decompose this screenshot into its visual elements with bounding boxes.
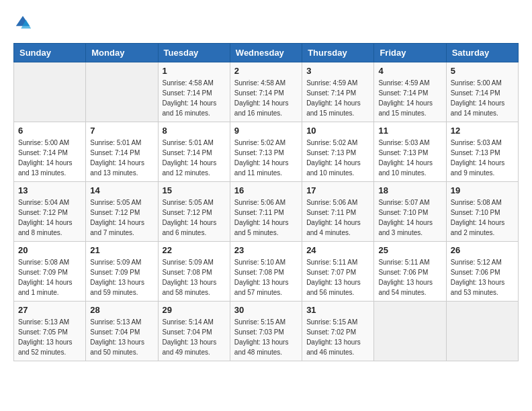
- calendar-cell: 6Sunrise: 5:00 AM Sunset: 7:14 PM Daylig…: [14, 122, 86, 182]
- day-info: Sunrise: 5:10 AM Sunset: 7:08 PM Dayligh…: [234, 257, 298, 298]
- calendar-cell: 4Sunrise: 4:59 AM Sunset: 7:14 PM Daylig…: [374, 62, 446, 122]
- calendar-cell: 14Sunrise: 5:05 AM Sunset: 7:12 PM Dayli…: [86, 182, 158, 242]
- calendar-cell: [14, 62, 86, 122]
- calendar-header-row: SundayMondayTuesdayWednesdayThursdayFrid…: [14, 44, 519, 62]
- day-info: Sunrise: 5:03 AM Sunset: 7:13 PM Dayligh…: [451, 138, 514, 178]
- day-number: 12: [451, 126, 514, 136]
- day-info: Sunrise: 4:59 AM Sunset: 7:14 PM Dayligh…: [378, 78, 441, 118]
- day-info: Sunrise: 5:14 AM Sunset: 7:04 PM Dayligh…: [163, 317, 226, 357]
- calendar-cell: 31Sunrise: 5:15 AM Sunset: 7:02 PM Dayli…: [302, 302, 374, 361]
- day-info: Sunrise: 5:12 AM Sunset: 7:06 PM Dayligh…: [451, 257, 514, 298]
- day-info: Sunrise: 5:03 AM Sunset: 7:13 PM Dayligh…: [378, 138, 441, 178]
- day-info: Sunrise: 5:09 AM Sunset: 7:09 PM Dayligh…: [90, 257, 153, 298]
- calendar-cell: 21Sunrise: 5:09 AM Sunset: 7:09 PM Dayli…: [86, 242, 158, 302]
- calendar-cell: 2Sunrise: 4:58 AM Sunset: 7:14 PM Daylig…: [230, 62, 302, 122]
- day-info: Sunrise: 5:00 AM Sunset: 7:14 PM Dayligh…: [18, 138, 81, 178]
- day-number: 31: [306, 305, 369, 315]
- calendar-cell: [374, 302, 446, 361]
- weekday-header: Thursday: [302, 44, 374, 62]
- day-number: 6: [18, 126, 81, 136]
- calendar-cell: 23Sunrise: 5:10 AM Sunset: 7:08 PM Dayli…: [230, 242, 302, 302]
- day-info: Sunrise: 5:06 AM Sunset: 7:11 PM Dayligh…: [234, 197, 298, 238]
- calendar-cell: 17Sunrise: 5:06 AM Sunset: 7:11 PM Dayli…: [302, 182, 374, 242]
- day-number: 3: [306, 66, 369, 76]
- day-info: Sunrise: 5:13 AM Sunset: 7:05 PM Dayligh…: [18, 317, 81, 357]
- day-number: 10: [306, 126, 369, 136]
- day-info: Sunrise: 5:05 AM Sunset: 7:12 PM Dayligh…: [163, 197, 226, 238]
- calendar-cell: 28Sunrise: 5:13 AM Sunset: 7:04 PM Dayli…: [86, 302, 158, 361]
- calendar-cell: 26Sunrise: 5:12 AM Sunset: 7:06 PM Dayli…: [446, 242, 518, 302]
- day-info: Sunrise: 5:15 AM Sunset: 7:03 PM Dayligh…: [234, 317, 298, 357]
- day-number: 14: [90, 185, 153, 195]
- calendar-cell: 20Sunrise: 5:08 AM Sunset: 7:09 PM Dayli…: [14, 242, 86, 302]
- calendar-cell: 15Sunrise: 5:05 AM Sunset: 7:12 PM Dayli…: [158, 182, 230, 242]
- calendar-cell: 27Sunrise: 5:13 AM Sunset: 7:05 PM Dayli…: [14, 302, 86, 361]
- calendar-cell: [86, 62, 158, 122]
- day-number: 2: [234, 66, 298, 76]
- day-number: 1: [163, 66, 226, 76]
- day-number: 22: [163, 245, 226, 255]
- day-info: Sunrise: 5:15 AM Sunset: 7:02 PM Dayligh…: [306, 317, 369, 357]
- day-number: 28: [90, 305, 153, 315]
- calendar-week-row: 20Sunrise: 5:08 AM Sunset: 7:09 PM Dayli…: [14, 242, 519, 302]
- calendar-cell: 11Sunrise: 5:03 AM Sunset: 7:13 PM Dayli…: [374, 122, 446, 182]
- day-number: 4: [378, 66, 441, 76]
- calendar-cell: 22Sunrise: 5:09 AM Sunset: 7:08 PM Dayli…: [158, 242, 230, 302]
- calendar-cell: 7Sunrise: 5:01 AM Sunset: 7:14 PM Daylig…: [86, 122, 158, 182]
- calendar-table: SundayMondayTuesdayWednesdayThursdayFrid…: [13, 43, 519, 361]
- calendar-cell: 25Sunrise: 5:11 AM Sunset: 7:06 PM Dayli…: [374, 242, 446, 302]
- day-number: 15: [163, 185, 226, 195]
- day-number: 25: [378, 245, 441, 255]
- weekday-header: Friday: [374, 44, 446, 62]
- day-info: Sunrise: 5:09 AM Sunset: 7:08 PM Dayligh…: [163, 257, 226, 298]
- day-number: 27: [18, 305, 81, 315]
- calendar-cell: 10Sunrise: 5:02 AM Sunset: 7:13 PM Dayli…: [302, 122, 374, 182]
- weekday-header: Tuesday: [158, 44, 230, 62]
- calendar-cell: 24Sunrise: 5:11 AM Sunset: 7:07 PM Dayli…: [302, 242, 374, 302]
- calendar-cell: 8Sunrise: 5:01 AM Sunset: 7:14 PM Daylig…: [158, 122, 230, 182]
- day-info: Sunrise: 5:13 AM Sunset: 7:04 PM Dayligh…: [90, 317, 153, 357]
- day-number: 30: [234, 305, 298, 315]
- day-info: Sunrise: 4:59 AM Sunset: 7:14 PM Dayligh…: [306, 78, 369, 118]
- weekday-header: Monday: [86, 44, 158, 62]
- day-info: Sunrise: 5:01 AM Sunset: 7:14 PM Dayligh…: [163, 138, 226, 178]
- day-number: 7: [90, 126, 153, 136]
- calendar-cell: 30Sunrise: 5:15 AM Sunset: 7:03 PM Dayli…: [230, 302, 302, 361]
- day-number: 13: [18, 185, 81, 195]
- day-info: Sunrise: 5:06 AM Sunset: 7:11 PM Dayligh…: [306, 197, 369, 238]
- day-info: Sunrise: 5:11 AM Sunset: 7:06 PM Dayligh…: [378, 257, 441, 298]
- day-info: Sunrise: 5:00 AM Sunset: 7:14 PM Dayligh…: [451, 78, 514, 118]
- day-number: 9: [234, 126, 298, 136]
- day-info: Sunrise: 5:05 AM Sunset: 7:12 PM Dayligh…: [90, 197, 153, 238]
- day-info: Sunrise: 5:02 AM Sunset: 7:13 PM Dayligh…: [234, 138, 298, 178]
- day-info: Sunrise: 5:04 AM Sunset: 7:12 PM Dayligh…: [18, 197, 81, 238]
- calendar-cell: 9Sunrise: 5:02 AM Sunset: 7:13 PM Daylig…: [230, 122, 302, 182]
- calendar-cell: 16Sunrise: 5:06 AM Sunset: 7:11 PM Dayli…: [230, 182, 302, 242]
- calendar-week-row: 13Sunrise: 5:04 AM Sunset: 7:12 PM Dayli…: [14, 182, 519, 242]
- day-number: 18: [378, 185, 441, 195]
- calendar-cell: 13Sunrise: 5:04 AM Sunset: 7:12 PM Dayli…: [14, 182, 86, 242]
- calendar-week-row: 1Sunrise: 4:58 AM Sunset: 7:14 PM Daylig…: [14, 62, 519, 122]
- day-number: 8: [163, 126, 226, 136]
- day-number: 16: [234, 185, 298, 195]
- calendar-cell: 19Sunrise: 5:08 AM Sunset: 7:10 PM Dayli…: [446, 182, 518, 242]
- weekday-header: Wednesday: [230, 44, 302, 62]
- day-number: 5: [451, 66, 514, 76]
- day-number: 24: [306, 245, 369, 255]
- day-info: Sunrise: 5:01 AM Sunset: 7:14 PM Dayligh…: [90, 138, 153, 178]
- calendar-cell: 1Sunrise: 4:58 AM Sunset: 7:14 PM Daylig…: [158, 62, 230, 122]
- calendar-cell: 18Sunrise: 5:07 AM Sunset: 7:10 PM Dayli…: [374, 182, 446, 242]
- calendar-cell: 29Sunrise: 5:14 AM Sunset: 7:04 PM Dayli…: [158, 302, 230, 361]
- day-info: Sunrise: 5:07 AM Sunset: 7:10 PM Dayligh…: [378, 197, 441, 238]
- day-number: 29: [163, 305, 226, 315]
- day-info: Sunrise: 5:08 AM Sunset: 7:10 PM Dayligh…: [451, 197, 514, 238]
- weekday-header: Saturday: [446, 44, 518, 62]
- day-number: 26: [451, 245, 514, 255]
- logo: [13, 13, 35, 32]
- day-number: 17: [306, 185, 369, 195]
- calendar-cell: 3Sunrise: 4:59 AM Sunset: 7:14 PM Daylig…: [302, 62, 374, 122]
- page-header: [13, 13, 519, 32]
- day-number: 20: [18, 245, 81, 255]
- day-number: 21: [90, 245, 153, 255]
- day-number: 19: [451, 185, 514, 195]
